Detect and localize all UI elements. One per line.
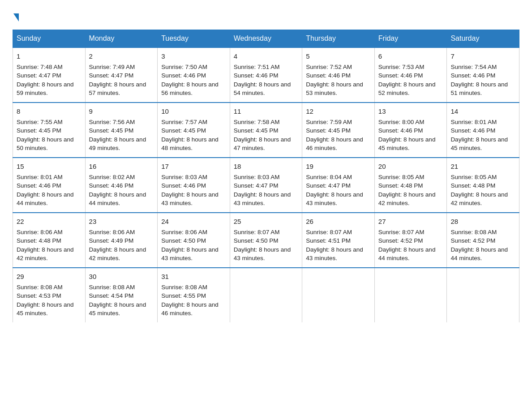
calendar-cell: 27Sunrise: 8:07 AMSunset: 4:52 PMDayligh… — [374, 213, 447, 268]
sunrise-text: Sunrise: 7:55 AM — [17, 119, 63, 125]
sunset-text: Sunset: 4:45 PM — [17, 127, 61, 134]
page-header — [13, 11, 519, 21]
calendar-cell: 7Sunrise: 7:54 AMSunset: 4:46 PMDaylight… — [447, 47, 519, 103]
sunrise-text: Sunrise: 8:08 AM — [17, 284, 63, 291]
logo — [13, 11, 19, 21]
daylight-text: Daylight: 8 hours and 52 minutes. — [378, 81, 436, 97]
calendar-cell: 11Sunrise: 7:58 AMSunset: 4:45 PMDayligh… — [230, 103, 302, 158]
calendar-cell: 9Sunrise: 7:56 AMSunset: 4:45 PMDaylight… — [85, 103, 158, 158]
sunset-text: Sunset: 4:46 PM — [17, 182, 61, 189]
week-row-3: 15Sunrise: 8:01 AMSunset: 4:46 PMDayligh… — [13, 158, 519, 213]
logo-arrow-icon — [13, 13, 19, 21]
daylight-text: Daylight: 8 hours and 42 minutes. — [450, 191, 508, 207]
calendar-cell: 3Sunrise: 7:50 AMSunset: 4:46 PMDaylight… — [158, 47, 230, 103]
sunset-text: Sunset: 4:46 PM — [450, 72, 495, 79]
sunset-text: Sunset: 4:46 PM — [89, 182, 134, 189]
column-header-sunday: Sunday — [13, 30, 86, 48]
daylight-text: Daylight: 8 hours and 47 minutes. — [234, 136, 291, 152]
day-number: 14 — [450, 107, 515, 116]
day-number: 13 — [378, 107, 443, 116]
sunset-text: Sunset: 4:46 PM — [378, 127, 423, 134]
day-number: 22 — [17, 217, 82, 227]
sunrise-text: Sunrise: 8:07 AM — [234, 229, 280, 235]
daylight-text: Daylight: 8 hours and 53 minutes. — [306, 81, 363, 97]
column-header-friday: Friday — [374, 30, 447, 48]
calendar-cell: 29Sunrise: 8:08 AMSunset: 4:53 PMDayligh… — [13, 268, 86, 322]
day-number: 5 — [306, 51, 371, 61]
calendar-cell: 17Sunrise: 8:03 AMSunset: 4:46 PMDayligh… — [158, 158, 230, 213]
sunset-text: Sunset: 4:48 PM — [378, 182, 423, 189]
sunset-text: Sunset: 4:45 PM — [306, 127, 351, 134]
daylight-text: Daylight: 8 hours and 43 minutes. — [161, 246, 219, 262]
daylight-text: Daylight: 8 hours and 44 minutes. — [450, 246, 508, 262]
day-number: 17 — [161, 162, 226, 171]
sunset-text: Sunset: 4:46 PM — [161, 182, 206, 189]
daylight-text: Daylight: 8 hours and 59 minutes. — [17, 81, 74, 97]
daylight-text: Daylight: 8 hours and 46 minutes. — [161, 301, 219, 317]
calendar-cell — [302, 268, 375, 322]
sunrise-text: Sunrise: 7:56 AM — [89, 119, 135, 125]
sunset-text: Sunset: 4:45 PM — [89, 127, 134, 134]
calendar-cell — [230, 268, 302, 322]
day-number: 26 — [306, 217, 371, 227]
day-number: 8 — [17, 107, 82, 116]
calendar-cell: 28Sunrise: 8:08 AMSunset: 4:52 PMDayligh… — [447, 213, 519, 268]
day-number: 31 — [161, 272, 226, 282]
day-number: 27 — [378, 217, 443, 227]
calendar-cell — [447, 268, 519, 322]
sunrise-text: Sunrise: 7:48 AM — [17, 64, 63, 70]
calendar-cell: 5Sunrise: 7:52 AMSunset: 4:46 PMDaylight… — [302, 47, 375, 103]
week-row-1: 1Sunrise: 7:48 AMSunset: 4:47 PMDaylight… — [13, 47, 519, 103]
calendar-cell — [374, 268, 447, 322]
sunrise-text: Sunrise: 8:04 AM — [306, 174, 352, 180]
sunset-text: Sunset: 4:54 PM — [89, 292, 134, 299]
calendar-cell: 20Sunrise: 8:05 AMSunset: 4:48 PMDayligh… — [374, 158, 447, 213]
day-number: 29 — [17, 272, 82, 282]
daylight-text: Daylight: 8 hours and 43 minutes. — [234, 246, 291, 262]
sunset-text: Sunset: 4:55 PM — [161, 292, 206, 299]
calendar-cell: 8Sunrise: 7:55 AMSunset: 4:45 PMDaylight… — [13, 103, 86, 158]
day-number: 1 — [17, 51, 82, 61]
sunset-text: Sunset: 4:47 PM — [234, 182, 279, 189]
sunset-text: Sunset: 4:51 PM — [306, 237, 351, 244]
column-header-wednesday: Wednesday — [230, 30, 302, 48]
calendar-cell: 18Sunrise: 8:03 AMSunset: 4:47 PMDayligh… — [230, 158, 302, 213]
day-number: 28 — [450, 217, 515, 227]
sunrise-text: Sunrise: 8:06 AM — [161, 229, 207, 235]
day-number: 11 — [234, 107, 299, 116]
day-number: 10 — [161, 107, 226, 116]
daylight-text: Daylight: 8 hours and 45 minutes. — [378, 136, 436, 152]
calendar-cell: 13Sunrise: 8:00 AMSunset: 4:46 PMDayligh… — [374, 103, 447, 158]
daylight-text: Daylight: 8 hours and 44 minutes. — [89, 191, 146, 207]
daylight-text: Daylight: 8 hours and 42 minutes. — [17, 246, 74, 262]
sunset-text: Sunset: 4:49 PM — [89, 237, 134, 244]
sunset-text: Sunset: 4:50 PM — [161, 237, 206, 244]
daylight-text: Daylight: 8 hours and 43 minutes. — [306, 191, 363, 207]
column-header-thursday: Thursday — [302, 30, 375, 48]
sunrise-text: Sunrise: 8:03 AM — [234, 174, 280, 180]
sunset-text: Sunset: 4:48 PM — [17, 237, 61, 244]
day-number: 30 — [89, 272, 154, 282]
sunset-text: Sunset: 4:46 PM — [161, 72, 206, 79]
calendar-cell: 14Sunrise: 8:01 AMSunset: 4:46 PMDayligh… — [447, 103, 519, 158]
sunrise-text: Sunrise: 8:06 AM — [89, 229, 135, 235]
daylight-text: Daylight: 8 hours and 45 minutes. — [450, 136, 508, 152]
sunset-text: Sunset: 4:45 PM — [161, 127, 206, 134]
sunrise-text: Sunrise: 8:08 AM — [450, 229, 497, 235]
sunset-text: Sunset: 4:48 PM — [450, 182, 495, 189]
sunrise-text: Sunrise: 8:06 AM — [17, 229, 63, 235]
sunrise-text: Sunrise: 8:03 AM — [161, 174, 207, 180]
calendar-cell: 22Sunrise: 8:06 AMSunset: 4:48 PMDayligh… — [13, 213, 86, 268]
calendar-cell: 30Sunrise: 8:08 AMSunset: 4:54 PMDayligh… — [85, 268, 158, 322]
sunrise-text: Sunrise: 7:52 AM — [306, 64, 352, 70]
day-number: 21 — [450, 162, 515, 171]
day-number: 20 — [378, 162, 443, 171]
column-header-monday: Monday — [85, 30, 158, 48]
sunset-text: Sunset: 4:52 PM — [450, 237, 495, 244]
daylight-text: Daylight: 8 hours and 45 minutes. — [89, 301, 146, 317]
daylight-text: Daylight: 8 hours and 49 minutes. — [89, 136, 146, 152]
daylight-text: Daylight: 8 hours and 51 minutes. — [450, 81, 508, 97]
daylight-text: Daylight: 8 hours and 54 minutes. — [234, 81, 291, 97]
day-number: 16 — [89, 162, 154, 171]
sunset-text: Sunset: 4:46 PM — [450, 127, 495, 134]
